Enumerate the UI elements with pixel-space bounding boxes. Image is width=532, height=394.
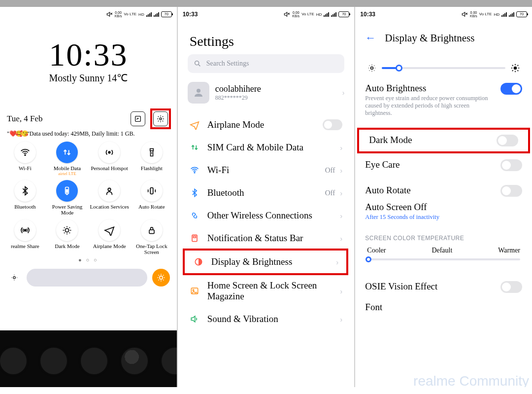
auto-rotate-icon	[141, 180, 163, 202]
auto-rotate-row[interactable]: Auto Rotate	[355, 178, 532, 197]
dock-app-5[interactable]	[162, 348, 178, 374]
auto-rotate-toggle[interactable]	[500, 185, 522, 197]
svg-point-25	[194, 172, 195, 173]
settings-row-airplane-mode[interactable]: Airplane Mode	[181, 113, 351, 136]
tile-label: Power Saving Mode	[47, 204, 87, 215]
link-icon	[189, 211, 200, 220]
three-screenshot-stage: 0.00KB/s Vo LTE HD 70 10:33 Mostly Sunny…	[0, 0, 532, 394]
open-settings-button[interactable]	[153, 111, 168, 126]
account-row[interactable]: coolabhihere 882******29 ›	[188, 82, 345, 104]
page-title: Settings	[178, 20, 355, 54]
tile-dark-mode[interactable]: Dark Mode	[47, 219, 87, 255]
account-id: 882******29	[215, 94, 336, 102]
settings-row-other-wireless[interactable]: Other Wireless Connections›	[181, 204, 351, 227]
tile-hotspot[interactable]: Personal Hotspot	[90, 142, 129, 176]
osie-toggle[interactable]	[500, 281, 522, 293]
search-input[interactable]: Search Settings	[188, 54, 345, 73]
clock-time: 10:33	[0, 38, 177, 71]
cooler-label: Cooler	[367, 247, 386, 254]
auto-screen-off-row[interactable]: Auto Screen Off After 15 Seconds of inac…	[355, 197, 532, 221]
slider-thumb[interactable]	[396, 65, 402, 72]
dock-app-4[interactable]	[121, 348, 148, 374]
airplane-icon	[189, 120, 200, 130]
font-row[interactable]: Font	[355, 293, 532, 313]
svg-point-5	[108, 151, 110, 153]
brightness-slider[interactable]	[382, 67, 505, 69]
settings-row-bluetooth[interactable]: BluetoothOff›	[181, 181, 351, 204]
svg-point-33	[371, 67, 373, 70]
dark-mode-highlight: Dark Mode	[357, 128, 530, 153]
svg-rect-27	[193, 236, 196, 238]
tile-label: Personal Hotspot	[91, 165, 128, 171]
slider-thumb[interactable]	[366, 256, 371, 262]
display-brightness-panel: 10:33 0.00KB/s Vo LTE HD 70 ← Display & …	[355, 7, 532, 394]
osie-row[interactable]: OSIE Vision Effect	[355, 274, 532, 293]
dock-app-3[interactable]	[81, 348, 107, 374]
brightness-slider-row	[367, 63, 520, 73]
tile-one-tap-lock[interactable]: One-Tap Lock Screen	[132, 219, 171, 255]
half-circle-icon	[193, 257, 204, 267]
svg-point-15	[24, 229, 26, 231]
eye-care-toggle[interactable]	[500, 159, 522, 171]
back-button[interactable]: ←	[365, 32, 376, 44]
airplane-icon	[99, 219, 120, 241]
sim-icon	[189, 143, 200, 152]
weather-text: Mostly Sunny 14℃	[0, 72, 177, 84]
tile-flashlight[interactable]: Flashlight	[132, 142, 171, 176]
auto-brightness-toggle[interactable]	[152, 269, 170, 287]
chevron-right-icon: ›	[340, 189, 342, 197]
osie-label: OSIE Vision Effect	[365, 281, 494, 292]
tile-realme-share[interactable]: realme Share	[5, 219, 45, 255]
row-label: Wi-Fi	[207, 165, 318, 176]
tile-auto-rotate[interactable]: Auto Rotate	[132, 180, 171, 215]
battery-icon: 70	[161, 11, 172, 17]
dock-background	[0, 330, 177, 392]
hd-indicator: HD	[138, 12, 144, 17]
notification-text[interactable]: "❤️🥰😘"Data used today: 429MB, Daily limi…	[0, 129, 177, 138]
dark-mode-label: Dark Mode	[369, 135, 490, 145]
auto-brightness-toggle[interactable]	[500, 83, 522, 95]
color-temperature-slider[interactable]	[367, 258, 520, 260]
tile-bluetooth[interactable]: Bluetooth	[5, 180, 45, 215]
svg-rect-10	[66, 190, 68, 193]
svg-point-11	[108, 188, 111, 191]
tile-power-saving[interactable]: Power Saving Mode	[47, 180, 87, 215]
location-icon	[99, 180, 120, 202]
dark-mode-row[interactable]: Dark Mode	[359, 130, 528, 151]
svg-point-18	[13, 277, 16, 279]
settings-row-sound[interactable]: Sound & Vibration›	[181, 308, 351, 330]
realme-share-icon	[14, 219, 36, 241]
signal-icon-2	[331, 12, 336, 17]
settings-row-wifi[interactable]: Wi-FiOff›	[181, 159, 351, 181]
settings-row-display[interactable]: Display & Brightness›	[185, 251, 347, 273]
dock-app-2[interactable]	[40, 348, 67, 374]
chevron-right-icon: ›	[340, 166, 342, 175]
settings-list: Airplane ModeSIM Card & Mobile Data›Wi-F…	[181, 113, 351, 330]
chevron-right-icon: ›	[340, 212, 342, 220]
settings-row-home-lock[interactable]: Home Screen & Lock Screen Magazine›	[181, 274, 351, 308]
brightness-track[interactable]	[27, 269, 147, 287]
row-value: Off	[325, 166, 335, 175]
chevron-right-icon: ›	[336, 258, 338, 266]
tile-airplane[interactable]: Airplane Mode	[90, 219, 129, 255]
auto-brightness-row[interactable]: Auto Brightness Prevent eye strain and r…	[355, 76, 532, 117]
settings-row-notif[interactable]: Notification & Status Bar›	[181, 227, 351, 250]
data-speed-indicator: 0.00KB/s	[115, 11, 122, 18]
page-dots: ● ○ ○	[0, 257, 177, 263]
speaker-icon	[189, 314, 200, 324]
status-bar: 10:33 0.00KB/s Vo LTE HD 70	[178, 7, 355, 20]
hotspot-icon	[99, 142, 120, 163]
settings-row-sim[interactable]: SIM Card & Mobile Data›	[181, 136, 351, 159]
dock-app-1[interactable]	[0, 348, 27, 374]
tile-mobile-data[interactable]: Mobile Dataairtel LTE	[47, 142, 87, 176]
eye-care-row[interactable]: Eye Care	[355, 152, 532, 171]
dark-mode-toggle[interactable]	[497, 135, 518, 146]
toggle-off[interactable]	[323, 119, 342, 130]
status-bar: 0.00KB/s Vo LTE HD 70	[0, 7, 177, 20]
svg-point-4	[25, 155, 26, 156]
tile-location[interactable]: Location Services	[90, 180, 129, 215]
svg-point-16	[66, 228, 69, 232]
tile-wifi[interactable]: Wi-Fi	[5, 142, 45, 176]
svg-point-19	[159, 276, 163, 280]
edit-tiles-button[interactable]	[131, 111, 145, 126]
